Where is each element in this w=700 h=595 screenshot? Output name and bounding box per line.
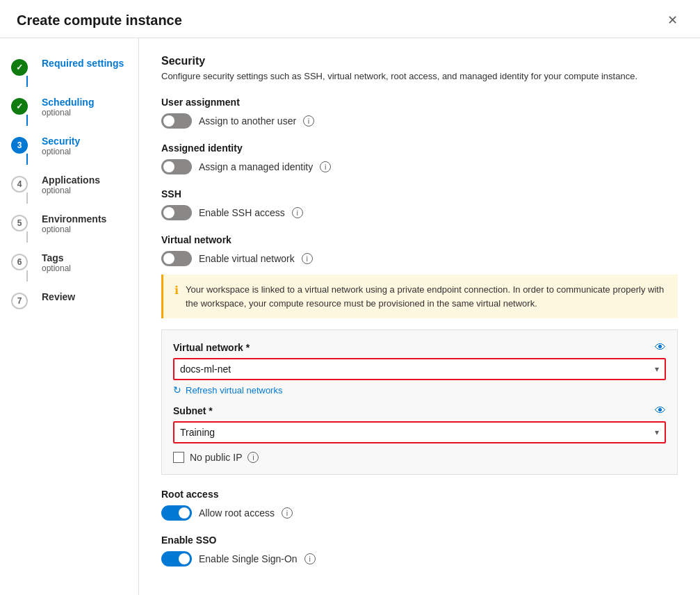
refresh-icon: ↻ (173, 384, 181, 396)
assigned-identity-toggle[interactable] (161, 159, 192, 174)
connector-3 (26, 154, 28, 165)
enable-sso-toggle-row: Enable Single Sign-On i (161, 551, 678, 567)
step-name-tags: Tags (42, 252, 71, 263)
enable-sso-knob (179, 553, 190, 564)
connector-5 (26, 231, 28, 243)
virtual-network-knob (163, 253, 174, 264)
assigned-identity-label: Assigned identity (161, 142, 678, 154)
vnet-select-wrapper: docs-ml-net ▾ (173, 358, 666, 380)
sidebar-item-scheduling[interactable]: ✓ Scheduling optional (11, 94, 127, 130)
sidebar-item-environments[interactable]: 5 Environments optional (11, 211, 127, 247)
connector-2 (26, 115, 28, 126)
step-icon-scheduling: ✓ (11, 98, 28, 115)
subnet-field-header: Subnet * 👁 (173, 405, 666, 417)
step-name-environments: Environments (42, 213, 106, 225)
enable-sso-label: Enable SSO (161, 535, 678, 546)
step-name-scheduling: Scheduling (42, 97, 94, 108)
step-name-applications: Applications (42, 174, 100, 186)
section-desc: Configure security settings such as SSH,… (161, 70, 678, 83)
step-icon-required: ✓ (11, 59, 28, 76)
subnet-eye-icon[interactable]: 👁 (655, 405, 666, 417)
section-title: Security (161, 55, 678, 67)
step-name-review: Review (42, 291, 75, 302)
step-sub-tags: optional (42, 263, 71, 273)
subnet-select-wrapper: Training ▾ (173, 421, 666, 443)
connector-1 (26, 76, 28, 87)
no-public-ip-info-icon[interactable]: i (247, 452, 259, 463)
warning-icon: ℹ (174, 284, 179, 297)
virtual-network-toggle[interactable] (161, 251, 192, 266)
step-icon-review: 7 (11, 293, 28, 309)
sidebar: ✓ Required settings ✓ Scheduling optiona… (0, 38, 139, 595)
step-label-review: Review (42, 291, 75, 302)
step-label-required: Required settings (42, 58, 124, 69)
vnet-field-header: Virtual network * 👁 (173, 341, 666, 354)
refresh-virtual-networks-link[interactable]: ↻ Refresh virtual networks (173, 384, 282, 396)
root-access-toggle[interactable] (161, 505, 192, 521)
no-public-ip-checkbox[interactable] (173, 452, 184, 463)
step-sub-security: optional (42, 147, 80, 156)
main-content: Security Configure security settings suc… (139, 38, 700, 595)
virtual-network-warning-box: ℹ Your workspace is linked to a virtual … (161, 275, 678, 318)
step-label-tags: Tags optional (42, 252, 71, 273)
subnet-field-label: Subnet * (173, 405, 213, 416)
sidebar-item-tags[interactable]: 6 Tags optional (11, 250, 127, 286)
refresh-label: Refresh virtual networks (186, 385, 282, 396)
user-assignment-toggle-row: Assign to another user i (161, 113, 678, 129)
assigned-identity-toggle-label: Assign a managed identity (199, 161, 313, 172)
user-assignment-toggle-label: Assign to another user (199, 115, 296, 127)
vnet-field-label: Virtual network * (173, 342, 250, 353)
assigned-identity-group: Assigned identity Assign a managed ident… (161, 142, 678, 174)
virtual-network-group: Virtual network Enable virtual network i… (161, 234, 678, 475)
ssh-label: SSH (161, 188, 678, 199)
subnet-field: Subnet * 👁 Training ▾ (173, 405, 666, 443)
user-assignment-toggle[interactable] (161, 113, 192, 129)
root-access-info-icon[interactable]: i (282, 507, 293, 519)
ssh-knob (163, 207, 174, 218)
sidebar-item-required-settings[interactable]: ✓ Required settings (11, 55, 127, 91)
no-public-ip-label: No public IP (190, 452, 242, 463)
connector-6 (26, 270, 28, 282)
vnet-select[interactable]: docs-ml-net (173, 358, 666, 380)
assigned-identity-toggle-row: Assign a managed identity i (161, 159, 678, 174)
enable-sso-toggle[interactable] (161, 551, 192, 567)
close-button[interactable]: ✕ (662, 11, 683, 29)
subnet-select[interactable]: Training (173, 421, 666, 443)
assigned-identity-knob (163, 161, 174, 172)
no-public-ip-row: No public IP i (173, 452, 666, 463)
virtual-network-label: Virtual network (161, 234, 678, 245)
vnet-field: Virtual network * 👁 docs-ml-net ▾ ↻ Refr… (173, 341, 666, 396)
virtual-network-info-icon[interactable]: i (302, 253, 313, 264)
root-access-toggle-label: Allow root access (199, 507, 275, 519)
step-icon-tags: 6 (11, 254, 28, 270)
sidebar-item-review[interactable]: 7 Review (11, 288, 127, 312)
root-access-group: Root access Allow root access i (161, 489, 678, 521)
enable-sso-info-icon[interactable]: i (304, 553, 316, 564)
vnet-eye-icon[interactable]: 👁 (655, 341, 666, 354)
step-sub-environments: optional (42, 225, 106, 234)
user-assignment-info-icon[interactable]: i (303, 115, 314, 127)
sidebar-item-applications[interactable]: 4 Applications optional (11, 172, 127, 208)
create-compute-dialog: Create compute instance ✕ ✓ Required set… (0, 0, 700, 595)
step-label-applications: Applications optional (42, 174, 100, 195)
step-icon-applications: 4 (11, 176, 28, 193)
dialog-header: Create compute instance ✕ (0, 0, 700, 38)
assigned-identity-info-icon[interactable]: i (320, 161, 331, 172)
enable-sso-toggle-label: Enable Single Sign-On (199, 553, 298, 564)
ssh-toggle-label: Enable SSH access (199, 207, 285, 218)
step-name-required: Required settings (42, 58, 124, 69)
sidebar-item-security[interactable]: 3 Security optional (11, 133, 127, 169)
user-assignment-label: User assignment (161, 97, 678, 108)
user-assignment-knob (163, 115, 174, 127)
enable-sso-group: Enable SSO Enable Single Sign-On i (161, 535, 678, 567)
dialog-body: ✓ Required settings ✓ Scheduling optiona… (0, 38, 700, 595)
root-access-knob (179, 507, 190, 519)
dialog-title: Create compute instance (17, 13, 182, 28)
step-label-environments: Environments optional (42, 213, 106, 234)
ssh-toggle[interactable] (161, 205, 192, 220)
step-sub-scheduling: optional (42, 108, 94, 117)
root-access-label: Root access (161, 489, 678, 500)
ssh-toggle-row: Enable SSH access i (161, 205, 678, 220)
section-header-group: Security Configure security settings suc… (161, 55, 678, 83)
ssh-info-icon[interactable]: i (292, 207, 303, 218)
